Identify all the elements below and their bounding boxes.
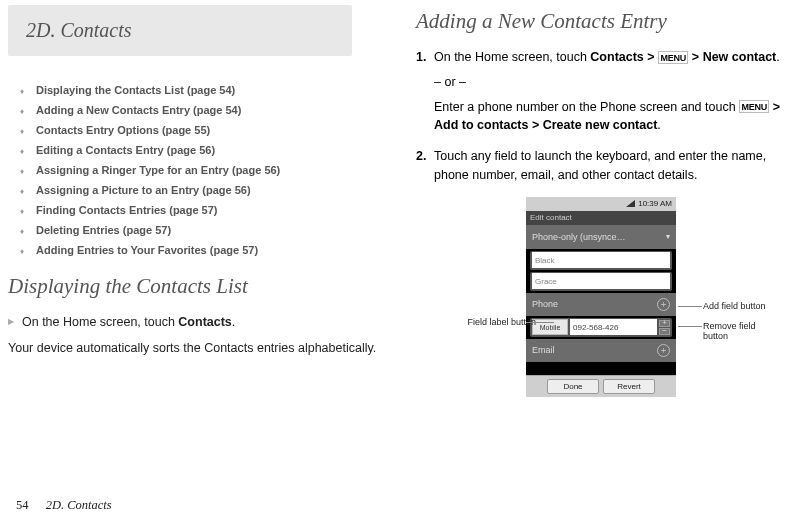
step-2: 2. Touch any field to launch the keyboar… (416, 147, 798, 185)
done-button[interactable]: Done (547, 379, 599, 394)
expand-icon: ▾ (666, 232, 670, 241)
email-section-row: Email ＋ (526, 339, 676, 362)
add-to-contacts-bold: Add to contacts (434, 118, 528, 132)
callout-leader-line (678, 326, 702, 327)
callout-leader-line (678, 306, 702, 307)
field-add-remove: + − (659, 320, 670, 335)
instruction-text: On the Home screen, touch (22, 315, 178, 329)
gt: > (644, 50, 658, 64)
toc-item[interactable]: Assigning a Ringer Type for an Entry (pa… (20, 160, 390, 180)
add-phone-icon[interactable]: ＋ (657, 298, 670, 311)
bottom-bar: Done Revert (526, 375, 676, 397)
toc-item[interactable]: Assigning a Picture to an Entry (page 56… (20, 180, 390, 200)
callout-remove-field: Remove field button (703, 321, 775, 342)
page: 2D. Contacts Displaying the Contacts Lis… (0, 0, 806, 519)
page-footer: 54 2D. Contacts (16, 498, 112, 513)
left-column: 2D. Contacts Displaying the Contacts Lis… (0, 5, 404, 489)
new-contact-bold: New contact (703, 50, 777, 64)
status-time: 10:39 AM (638, 199, 672, 208)
period: . (657, 118, 660, 132)
callout-field-label: Field label button (464, 317, 536, 327)
steps-list: 1. On the Home screen, touch Contacts > … (416, 48, 798, 185)
instruction-line: On the Home screen, touch Contacts. (22, 313, 390, 331)
instruction-text-end: . (232, 315, 235, 329)
toc-item[interactable]: Displaying the Contacts List (page 54) (20, 80, 390, 100)
body-paragraph: Your device automatically sorts the Cont… (8, 339, 390, 357)
step-1: 1. On the Home screen, touch Contacts > … (416, 48, 798, 135)
toc-item[interactable]: Adding Entries to Your Favorites (page 5… (20, 240, 390, 260)
step-text: Enter a phone number on the Phone screen… (434, 100, 739, 114)
step-number: 2. (416, 147, 426, 166)
phone-screenshot: 10:39 AM Edit contact Phone-only (unsync… (526, 197, 676, 397)
toc-item[interactable]: Finding Contacts Entries (page 57) (20, 200, 390, 220)
right-column: Adding a New Contacts Entry 1. On the Ho… (404, 5, 806, 489)
instruction-bold: Contacts (178, 315, 231, 329)
gt: > (688, 50, 702, 64)
account-row[interactable]: Phone-only (unsynce… ▾ (526, 225, 676, 249)
toc-list: Displaying the Contacts List (page 54) A… (8, 80, 390, 260)
section-heading-display: Displaying the Contacts List (8, 274, 390, 299)
gt: > (769, 100, 780, 114)
remove-field-button[interactable]: − (659, 328, 670, 335)
phone-section-row: Phone ＋ (526, 293, 676, 316)
callout-label: Add field button (703, 301, 766, 311)
name-field-last[interactable]: Grace (530, 272, 672, 291)
section-heading-add: Adding a New Contacts Entry (416, 9, 798, 34)
phone-figure: 10:39 AM Edit contact Phone-only (unsync… (416, 197, 798, 407)
toc-item[interactable]: Editing a Contacts Entry (page 56) (20, 140, 390, 160)
create-new-contact-bold: Create new contact (543, 118, 658, 132)
footer-section: 2D. Contacts (46, 498, 112, 512)
toc-item[interactable]: Contacts Entry Options (page 55) (20, 120, 390, 140)
contacts-bold: Contacts (590, 50, 643, 64)
toc-item[interactable]: Deleting Entries (page 57) (20, 220, 390, 240)
step-text: Touch any field to launch the keyboard, … (434, 149, 766, 182)
revert-button[interactable]: Revert (603, 379, 655, 394)
status-bar: 10:39 AM (526, 197, 676, 211)
menu-icon: MENU (658, 51, 688, 64)
account-label: Phone-only (unsynce… (532, 232, 626, 242)
or-separator: – or – (434, 73, 798, 92)
callout-label: Remove field button (703, 321, 756, 341)
page-number: 54 (16, 498, 29, 512)
name-field-first[interactable]: Black (530, 251, 672, 270)
menu-icon: MENU (739, 100, 769, 113)
section-tab: 2D. Contacts (8, 5, 352, 56)
gt: > (528, 118, 542, 132)
period: . (776, 50, 779, 64)
signal-icon (626, 200, 635, 207)
screen-title: Edit contact (526, 211, 676, 225)
phone-section-label: Phone (532, 299, 558, 309)
toc-item[interactable]: Adding a New Contacts Entry (page 54) (20, 100, 390, 120)
step-number: 1. (416, 48, 426, 67)
callout-leader-line (526, 322, 554, 323)
email-section-label: Email (532, 345, 555, 355)
first-name-hint: Black (532, 252, 670, 268)
callout-add-field: Add field button (703, 301, 775, 311)
phone-value[interactable]: 092-568-426 (570, 319, 657, 335)
step1-alt: Enter a phone number on the Phone screen… (434, 98, 798, 136)
last-name-hint: Grace (532, 273, 670, 289)
step-text: On the Home screen, touch (434, 50, 590, 64)
phone-field[interactable]: Mobile 092-568-426 + − (530, 318, 672, 337)
add-email-icon[interactable]: ＋ (657, 344, 670, 357)
